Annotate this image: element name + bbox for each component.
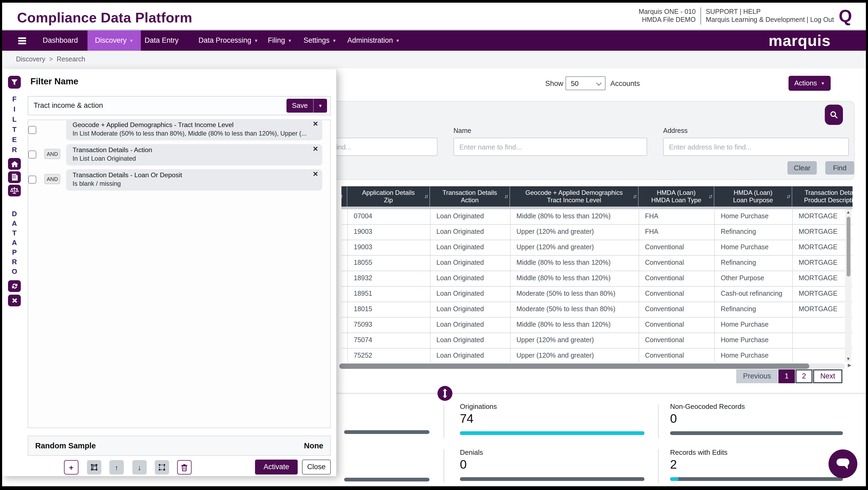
nav-item-data-processing[interactable]: Data Processing▼ bbox=[198, 30, 258, 51]
table-row[interactable]: 75252 Loan Originated Upper (120% and gr… bbox=[341, 349, 852, 363]
pagination-next[interactable]: Next bbox=[813, 369, 842, 383]
close-panel-icon[interactable] bbox=[8, 295, 21, 307]
find-button[interactable]: Find bbox=[825, 161, 854, 175]
address-field-label: Address bbox=[663, 127, 688, 135]
cell-tract-income: Moderate (50% to less than 80%) bbox=[510, 302, 639, 317]
random-sample-row: Random Sample None bbox=[28, 436, 331, 456]
activate-button[interactable]: Activate bbox=[255, 460, 298, 474]
nav-item-dashboard[interactable]: Dashboard bbox=[43, 30, 78, 51]
building-icon[interactable] bbox=[8, 171, 21, 183]
table-row[interactable]: 07004 Loan Originated Middle (80% to les… bbox=[341, 209, 852, 225]
close-button[interactable]: Close bbox=[302, 460, 331, 474]
home-icon[interactable] bbox=[8, 158, 21, 170]
vertical-scroll-thumb[interactable] bbox=[846, 217, 850, 277]
name-input[interactable] bbox=[454, 138, 647, 156]
chevron-down-icon: ▼ bbox=[396, 38, 400, 43]
sort-icon[interactable]: ↓↑ bbox=[633, 193, 636, 200]
filter-item-card[interactable]: Transaction Details - Action In List Loa… bbox=[66, 144, 322, 166]
save-dropdown-button[interactable]: ▼ bbox=[313, 99, 327, 113]
nav-item-filing[interactable]: Filing▼ bbox=[268, 30, 292, 51]
address-input[interactable] bbox=[663, 138, 849, 156]
cell-purpose: Refinancing bbox=[715, 302, 793, 317]
table-row[interactable]: 18932 Loan Originated Middle (80% to les… bbox=[341, 271, 852, 287]
remove-filter-icon[interactable]: × bbox=[313, 144, 318, 154]
table-header-tract-income[interactable]: Geocode + Applied DemographicsTract Inco… bbox=[509, 186, 638, 207]
pagination-page-1[interactable]: 1 bbox=[778, 369, 795, 383]
table-row[interactable]: 19003 Loan Originated Upper (120% and gr… bbox=[341, 240, 852, 256]
actions-button[interactable]: Actions▼ bbox=[788, 76, 831, 91]
filter-item-checkbox[interactable] bbox=[28, 126, 36, 134]
hamburger-menu-icon[interactable] bbox=[18, 37, 26, 46]
clear-button[interactable]: Clear bbox=[787, 161, 817, 175]
horizontal-scroll-thumb[interactable] bbox=[339, 364, 809, 369]
nav-item-administration[interactable]: Administration▼ bbox=[347, 30, 400, 51]
cell-product bbox=[793, 349, 852, 363]
table-header-loan-type[interactable]: HMDA (Loan)HMDA Loan Type ↓↑ bbox=[638, 186, 714, 207]
scroll-right-icon[interactable]: ▶ bbox=[848, 363, 851, 368]
sort-icon[interactable]: ↓↑ bbox=[709, 193, 712, 200]
cell-purpose: Refinancing bbox=[715, 225, 793, 240]
cell-purpose: Home Purchase bbox=[715, 333, 793, 348]
remove-filter-icon[interactable]: × bbox=[313, 169, 318, 179]
group-icon bbox=[90, 463, 98, 471]
filter-funnel-icon[interactable] bbox=[8, 76, 21, 89]
table-vertical-scrollbar[interactable]: ▲ ▼ bbox=[845, 209, 851, 362]
table-header-action[interactable]: Transaction DetailsAction ↓↑ bbox=[430, 186, 509, 207]
group-filters-button[interactable] bbox=[87, 460, 101, 474]
filter-item-checkbox[interactable] bbox=[28, 176, 36, 183]
search-button[interactable] bbox=[825, 105, 843, 125]
filter-item-card[interactable]: Transaction Details - Loan Or Deposit Is… bbox=[66, 169, 322, 191]
ungroup-filters-button[interactable] bbox=[155, 460, 169, 474]
table-row[interactable]: 18951 Loan Originated Moderate (50% to l… bbox=[341, 287, 852, 302]
table-header-loan-purpose[interactable]: HMDA (Loan)Loan Purpose ↓↑ bbox=[714, 186, 792, 207]
cell-purpose: Refinancing bbox=[715, 256, 793, 270]
sort-icon[interactable]: ↓↑ bbox=[786, 193, 789, 200]
ungroup-icon bbox=[158, 463, 166, 471]
table-row[interactable]: 19003 Loan Originated Upper (120% and gr… bbox=[341, 225, 852, 240]
sort-icon[interactable]: ↓↑ bbox=[424, 193, 427, 200]
nav-item-settings[interactable]: Settings▼ bbox=[304, 30, 336, 51]
table-header-product[interactable]: Transaction DetailsProduct Description bbox=[792, 186, 852, 207]
filter-item-checkbox[interactable] bbox=[28, 150, 36, 158]
chevron-down-icon: ▼ bbox=[332, 38, 337, 43]
cell-product: MORTGAGE bbox=[793, 209, 852, 224]
delete-filter-button[interactable] bbox=[177, 460, 191, 474]
partial-stat-bar bbox=[344, 478, 430, 482]
show-count-select[interactable]: 50 bbox=[565, 76, 606, 90]
remove-filter-icon[interactable]: × bbox=[313, 119, 318, 128]
scroll-up-icon[interactable]: ▲ bbox=[845, 210, 851, 214]
filter-name-value[interactable]: Tract income & action bbox=[34, 96, 103, 115]
and-operator-badge[interactable]: AND bbox=[44, 149, 60, 159]
cell-tract-income: Middle (80% to less than 120%) bbox=[510, 271, 639, 286]
add-filter-button[interactable]: + bbox=[64, 460, 79, 474]
breadcrumb-discovery[interactable]: Discovery bbox=[16, 56, 45, 63]
chevron-down-icon: ▼ bbox=[821, 81, 825, 86]
filter-item-card[interactable]: Geocode + Applied Demographics - Tract I… bbox=[66, 119, 322, 140]
table-header-zip[interactable]: Application DetailsZip ↓↑ bbox=[347, 186, 430, 207]
scales-icon[interactable] bbox=[8, 185, 21, 196]
scroll-down-icon[interactable]: ▼ bbox=[845, 356, 851, 362]
nav-item-data-entry[interactable]: Data Entry bbox=[145, 30, 179, 51]
pagination-previous[interactable]: Previous bbox=[736, 369, 778, 383]
cell-tract-income: Upper (120% and greater) bbox=[510, 240, 639, 255]
table-horizontal-scrollbar[interactable] bbox=[339, 364, 845, 369]
sort-icon[interactable]: ↓↑ bbox=[504, 193, 507, 200]
table-row[interactable]: 75074 Loan Originated Upper (120% and gr… bbox=[341, 333, 852, 349]
random-sample-value[interactable]: None bbox=[304, 436, 323, 455]
collapse-expand-toggle[interactable] bbox=[437, 386, 453, 401]
nav-item-discovery[interactable]: Discovery▼ bbox=[88, 30, 141, 51]
table-row[interactable]: 75093 Loan Originated Middle (80% to les… bbox=[341, 318, 852, 333]
refresh-icon[interactable] bbox=[8, 280, 21, 292]
chat-widget-button[interactable] bbox=[829, 450, 857, 478]
support-help-links[interactable]: SUPPORT | HELP bbox=[706, 8, 834, 16]
save-button[interactable]: Save bbox=[286, 99, 313, 113]
table-row[interactable]: 18015 Loan Originated Moderate (50% to l… bbox=[341, 302, 852, 318]
move-down-button[interactable]: ↓ bbox=[132, 460, 147, 474]
cell-zip: 18015 bbox=[348, 302, 431, 317]
move-up-button[interactable]: ↑ bbox=[110, 460, 124, 474]
learning-logout-links[interactable]: Marquis Learning & Development | Log Out bbox=[706, 16, 834, 24]
pagination-page-2[interactable]: 2 bbox=[796, 369, 812, 383]
table-row[interactable]: 18055 Loan Originated Middle (80% to les… bbox=[341, 256, 852, 271]
and-operator-badge[interactable]: AND bbox=[44, 174, 60, 184]
table-header-clipped-column[interactable]: ↓↑ bbox=[341, 186, 347, 207]
